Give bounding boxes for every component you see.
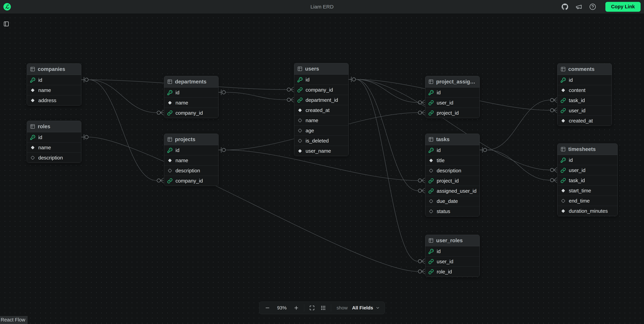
relationship-edge[interactable] [356,79,425,105]
fit-view-button[interactable] [308,304,316,311]
column-row-comments-id[interactable]: id [558,75,612,85]
primary-key-icon [30,135,36,140]
column-row-projects-id[interactable]: id [164,145,218,155]
fields-filter-dropdown[interactable]: All Fields [352,305,380,310]
relationship-edge[interactable] [487,150,557,183]
table-header-project_assignments[interactable]: project_assignme... [425,76,480,87]
column-name: status [437,209,450,214]
source-handle-users-id[interactable] [348,77,356,82]
column-row-comments-created_at[interactable]: created_at [558,115,612,126]
column-row-tasks-project_id[interactable]: project_id [425,176,480,186]
column-name: name [306,117,318,123]
column-row-users-user_name[interactable]: user_name [294,146,348,156]
column-row-departments-company_id[interactable]: company_id [164,108,218,118]
column-row-roles-description[interactable]: description [27,152,81,163]
nullable-icon [428,209,434,214]
column-row-users-company_id[interactable]: company_id [294,85,348,95]
column-name: role_id [437,269,452,275]
column-row-users-age[interactable]: age [294,125,348,135]
column-row-projects-company_id[interactable]: company_id [164,176,218,186]
table-node-timesheets[interactable]: timesheetsiduser_idtask_idstart_timeend_… [557,143,618,216]
column-row-users-name[interactable]: name [294,115,348,125]
column-row-tasks-due_date[interactable]: due_date [425,196,480,206]
megaphone-icon[interactable] [575,3,582,10]
relationship-edge[interactable] [356,79,425,193]
relationship-edge[interactable] [226,92,294,102]
column-row-timesheets-end_time[interactable]: end_time [558,196,618,206]
not-null-icon [30,98,36,103]
relationship-edge[interactable] [88,80,164,183]
column-row-timesheets-id[interactable]: id [558,155,618,165]
column-row-timesheets-user_id[interactable]: user_id [558,165,618,175]
table-node-users[interactable]: usersidcompany_iddepartment_idcreated_at… [294,63,348,156]
column-row-users-is_deleted[interactable]: is_deleted [294,135,348,146]
table-node-project_assignments[interactable]: project_assignme...iduser_idproject_id [425,76,480,118]
react-flow-attribution[interactable]: React Flow [0,316,28,324]
column-row-tasks-assigned_user_id[interactable]: assigned_user_id [425,186,480,196]
column-row-departments-name[interactable]: name [164,98,218,108]
table-header-companies[interactable]: companies [27,64,81,75]
table-header-user_roles[interactable]: user_roles [425,235,480,246]
column-row-comments-user_id[interactable]: user_id [558,105,612,115]
column-row-tasks-title[interactable]: title [425,155,480,166]
column-row-roles-id[interactable]: id [27,132,81,142]
source-handle-roles-id[interactable] [81,134,88,140]
column-row-project_assignments-user_id[interactable]: user_id [425,98,480,108]
source-handle-projects-id[interactable] [218,147,226,153]
copy-link-button[interactable]: Copy Link [606,2,640,12]
column-row-comments-content[interactable]: content [558,85,612,95]
table-header-departments[interactable]: departments [164,76,218,87]
column-row-comments-task_id[interactable]: task_id [558,95,612,105]
column-row-users-created_at[interactable]: created_at [294,105,348,115]
table-header-roles[interactable]: roles [27,121,81,132]
column-row-projects-description[interactable]: description [164,166,218,176]
column-row-user_roles-id[interactable]: id [425,246,480,256]
table-node-comments[interactable]: commentsidcontenttask_iduser_idcreated_a… [557,63,612,126]
table-node-projects[interactable]: projectsidnamedescriptioncompany_id [164,134,218,186]
column-row-users-id[interactable]: id [294,74,348,85]
erd-canvas[interactable]: companiesidnameaddressrolesidnamedescrip… [0,14,644,324]
tidy-up-button[interactable] [320,304,326,311]
column-row-tasks-description[interactable]: description [425,166,480,176]
table-header-projects[interactable]: projects [164,134,218,145]
column-row-tasks-id[interactable]: id [425,145,480,155]
column-row-roles-name[interactable]: name [27,142,81,152]
table-header-comments[interactable]: comments [558,64,612,75]
relationship-edge[interactable] [88,137,425,274]
help-icon[interactable] [589,3,596,10]
column-row-users-department_id[interactable]: department_id [294,95,348,105]
relationship-edge[interactable] [487,98,557,150]
table-header-users[interactable]: users [294,63,348,74]
column-row-project_assignments-project_id[interactable]: project_id [425,108,480,118]
column-row-user_roles-user_id[interactable]: user_id [425,256,480,266]
table-node-user_roles[interactable]: user_rolesiduser_idrole_id [425,235,480,277]
source-handle-departments-id[interactable] [218,90,226,95]
source-handle-tasks-id[interactable] [480,147,487,153]
table-header-timesheets[interactable]: timesheets [558,144,618,155]
table-header-tasks[interactable]: tasks [425,134,480,145]
zoom-out-button[interactable] [264,304,271,311]
column-row-tasks-status[interactable]: status [425,206,480,216]
column-name: address [38,98,56,103]
column-row-user_roles-role_id[interactable]: role_id [425,266,480,277]
column-row-departments-id[interactable]: id [164,87,218,98]
table-icon [428,238,434,243]
column-row-companies-name[interactable]: name [27,85,81,95]
column-row-timesheets-duration_minutes[interactable]: duration_minutes [558,206,618,216]
source-handle-companies-id[interactable] [81,77,88,82]
column-row-project_assignments-id[interactable]: id [425,87,480,98]
table-node-departments[interactable]: departmentsidnamecompany_id [164,76,218,118]
column-row-companies-address[interactable]: address [27,95,81,105]
panel-left-toggle-icon[interactable] [4,21,9,27]
table-node-companies[interactable]: companiesidnameaddress [27,63,81,105]
column-row-projects-name[interactable]: name [164,155,218,166]
column-row-companies-id[interactable]: id [27,75,81,85]
github-icon[interactable] [561,3,568,10]
relationship-edge[interactable] [356,79,425,264]
zoom-in-button[interactable] [293,304,300,311]
relationship-edge[interactable] [88,80,164,115]
table-node-roles[interactable]: rolesidnamedescription [27,121,81,163]
table-node-tasks[interactable]: tasksidtitledescriptionproject_idassigne… [425,134,480,216]
column-row-timesheets-start_time[interactable]: start_time [558,185,618,196]
column-row-timesheets-task_id[interactable]: task_id [558,175,618,185]
